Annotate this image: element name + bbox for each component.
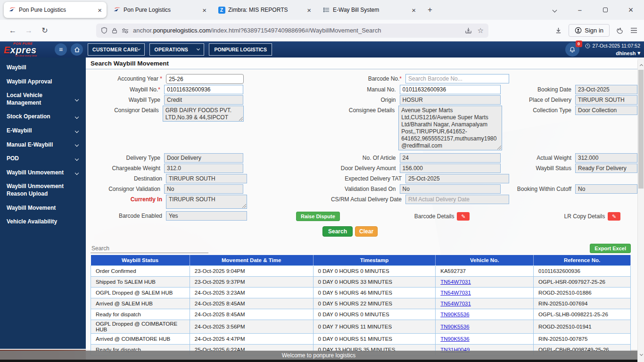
list-all-tabs-icon[interactable] (548, 8, 561, 12)
tab-zimbra[interactable]: Z Zimbra: MIS REPORTS × (213, 2, 316, 18)
consignor-details-textarea[interactable]: GRB DAIRY FOODS PVT. LTD,No.39 & 44,SIPC… (163, 106, 244, 122)
lr-copy-details-edit-button[interactable]: ✎ (608, 212, 620, 221)
user-menu[interactable]: dhinesh▾ (616, 50, 640, 56)
sidebar-item[interactable]: POD (0, 152, 86, 166)
vehicle-number-link[interactable]: TN54W7031 (440, 279, 471, 285)
column-header-reference-no[interactable]: Reference No. (534, 255, 631, 265)
accounting-year-select[interactable] (166, 74, 244, 84)
vehicle-number-link[interactable]: TN90K5536 (440, 312, 469, 317)
origin-input[interactable] (400, 95, 501, 105)
booking-within-cutoff-label: Booking Within Cutoff (501, 184, 575, 193)
lock-icon[interactable] (112, 27, 117, 34)
sidebar-item-label: Waybill Unmovement (7, 169, 64, 177)
cs-rm-actual-delivery-date-input[interactable] (405, 195, 509, 204)
expected-delivery-tat-input[interactable] (405, 174, 509, 183)
permissions-icon[interactable] (122, 28, 129, 33)
cell-reference: OGPL-HSR-0097927-25-26 (534, 276, 631, 287)
column-header-waybill-status[interactable]: Waybill Status (91, 255, 190, 265)
sidebar-item[interactable]: Manual E-Waybill (0, 138, 86, 152)
notification-count-badge: 0 (576, 41, 582, 47)
column-header-vehicle-no[interactable]: Vehicle No. (436, 255, 534, 265)
scrollbar-down-arrow-icon[interactable] (638, 351, 644, 358)
tab-pon-pure-2[interactable]: Pon Pure Logistics × (108, 2, 211, 18)
window-minimize-button[interactable]: − (573, 6, 586, 14)
waybill-type-input[interactable] (164, 95, 243, 105)
ponpure-expres-logo[interactable]: PON PURE Expres On time every time (4, 42, 51, 58)
close-icon[interactable]: × (410, 7, 418, 14)
vehicle-number-link[interactable]: TN54W7031 (440, 290, 471, 296)
waybill-no-input[interactable] (164, 85, 243, 94)
search-button[interactable]: Search (322, 226, 353, 237)
vertical-scrollbar[interactable] (637, 60, 644, 362)
results-filter-input[interactable] (91, 244, 208, 253)
sidebar-item-label: Vehicle Availability (7, 218, 57, 226)
downloads-icon[interactable] (555, 27, 562, 34)
notifications-bell-icon[interactable]: 0 (565, 42, 579, 57)
back-icon[interactable]: ← (5, 23, 21, 38)
sidebar-item[interactable]: Waybill Approval (0, 75, 86, 89)
close-icon[interactable]: × (305, 7, 313, 14)
actual-weight-input[interactable] (575, 153, 637, 163)
sidebar-item[interactable]: Vehicle Availability (0, 215, 86, 229)
vehicle-number-link[interactable]: TN54W7031 (440, 301, 471, 306)
barcode-no-input[interactable] (405, 74, 509, 83)
page-title: Search Waybill Movement (91, 60, 169, 67)
destination-input[interactable] (166, 174, 247, 183)
sidebar-item[interactable]: Waybill (0, 61, 86, 75)
manual-no-input[interactable] (400, 85, 501, 94)
bookmark-star-icon[interactable]: ☆ (478, 26, 484, 35)
no-of-article-input[interactable] (400, 153, 501, 163)
sidebar-item[interactable]: Waybill Movement (0, 201, 86, 215)
close-icon[interactable]: × (200, 7, 208, 14)
shaka-extension-icon[interactable] (616, 27, 624, 34)
consignor-validation-input[interactable] (164, 184, 243, 194)
sidebar-item[interactable]: Stock Operation (0, 110, 86, 124)
clear-button[interactable]: Clear (355, 226, 378, 237)
home-icon[interactable] (71, 43, 83, 56)
barcode-details-edit-button[interactable]: ✎ (457, 212, 470, 221)
vehicle-number-link[interactable]: TN90K5536 (440, 336, 469, 342)
close-icon[interactable]: × (96, 7, 104, 14)
column-header-timestamp[interactable]: Timestamp (313, 255, 436, 265)
reload-icon[interactable]: ↻ (37, 23, 53, 38)
forward-icon[interactable]: → (21, 23, 37, 38)
url-bar[interactable]: anchor.ponpurelogistics.com/index.html?6… (96, 24, 488, 38)
menu-operations[interactable]: OPERATIONS (149, 43, 204, 56)
booking-within-cutoff-input[interactable] (575, 184, 637, 194)
vehicle-number-link[interactable]: TN90K5536 (440, 324, 469, 329)
sign-in-button[interactable]: Sign in (569, 24, 610, 37)
app-hamburger-icon[interactable]: ≡ (55, 43, 67, 56)
booking-date-input[interactable] (575, 85, 637, 94)
scrollbar-thumb[interactable] (638, 70, 644, 189)
consignee-details-textarea[interactable]: Avenue Super Marts Ltd,CUS1216/Avenue Su… (398, 106, 502, 150)
menu-customer-care[interactable]: CUSTOMER CARE (88, 43, 145, 56)
currently-in-textarea[interactable]: TIRUPUR SOUTH (166, 195, 247, 209)
raise-dispute-button[interactable]: Raise Dispute (296, 212, 340, 221)
waybill-status-input[interactable] (575, 164, 637, 173)
menu-hamburger-icon[interactable] (630, 27, 637, 33)
barcode-enabled-input[interactable] (166, 211, 247, 221)
save-page-icon[interactable] (465, 27, 472, 34)
window-close-button[interactable]: × (624, 5, 637, 15)
ponpure-logistics-button[interactable]: PONPURE LOGISTICS (209, 43, 272, 56)
edit-pencil-icon: ✎ (461, 214, 465, 220)
validation-based-on-input[interactable] (400, 184, 501, 194)
new-tab-button[interactable]: + (423, 3, 437, 16)
sidebar-item[interactable]: Local Vehicle Management (0, 89, 86, 110)
cell-reference: 01011632600936 (534, 265, 631, 276)
delivery-type-input[interactable] (164, 153, 243, 163)
column-header-movement-datetime[interactable]: Movement Date & Time (190, 255, 313, 265)
sidebar-item[interactable]: Waybill Unmovement Reason Upload (0, 180, 86, 201)
collection-type-input[interactable] (575, 106, 637, 115)
chargeable-weight-input[interactable] (164, 164, 243, 173)
shield-icon[interactable] (101, 27, 107, 34)
door-delivery-amount-input[interactable] (400, 164, 501, 173)
tab-eway-bill[interactable]: E-Way Bill System × (318, 2, 421, 18)
tab-pon-pure-1[interactable]: Pon Pure Logistics × (4, 2, 107, 18)
sidebar-item[interactable]: Waybill Unmovement (0, 166, 86, 180)
export-excel-button[interactable]: Export Excel (590, 244, 631, 253)
scrollbar-up-arrow-icon[interactable] (638, 61, 644, 69)
window-restore-button[interactable] (599, 8, 612, 12)
place-of-delivery-input[interactable] (575, 95, 637, 105)
sidebar-item[interactable]: E-Waybill (0, 124, 86, 138)
